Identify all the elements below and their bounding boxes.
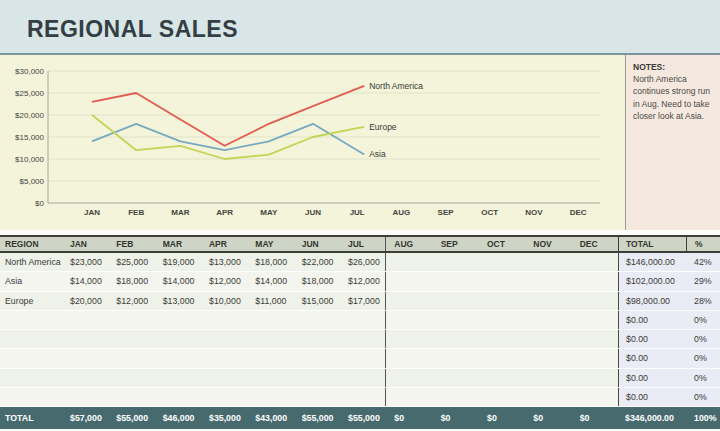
month-value-cell[interactable]: $22,000	[294, 253, 340, 271]
month-value-cell[interactable]: $18,000	[294, 272, 340, 290]
month-value-cell[interactable]	[572, 330, 618, 348]
month-value-cell[interactable]: $10,000	[201, 292, 247, 310]
month-value-cell[interactable]	[108, 311, 154, 329]
month-value-cell[interactable]	[479, 388, 525, 406]
month-value-cell[interactable]	[525, 330, 571, 348]
month-value-cell[interactable]	[247, 388, 293, 406]
month-total-cell[interactable]: $43,000	[247, 407, 293, 429]
row-pct-cell[interactable]: 0%	[686, 388, 720, 406]
row-total-cell[interactable]: $0.00	[618, 369, 686, 387]
month-value-cell[interactable]	[386, 330, 432, 348]
month-value-cell[interactable]	[386, 253, 432, 271]
column-header-jan[interactable]: JAN	[62, 237, 108, 251]
month-value-cell[interactable]	[433, 349, 479, 367]
month-value-cell[interactable]: $20,000	[62, 292, 108, 310]
month-value-cell[interactable]	[108, 330, 154, 348]
column-header-feb[interactable]: FEB	[108, 237, 154, 251]
month-total-cell[interactable]: $0	[433, 407, 479, 429]
region-cell[interactable]	[0, 330, 62, 348]
column-header-nov[interactable]: NOV	[525, 237, 571, 251]
month-total-cell[interactable]: $55,000	[108, 407, 154, 429]
month-value-cell[interactable]	[340, 388, 386, 406]
month-value-cell[interactable]	[572, 292, 618, 310]
month-value-cell[interactable]	[340, 349, 386, 367]
month-value-cell[interactable]: $13,000	[155, 292, 201, 310]
month-value-cell[interactable]	[525, 349, 571, 367]
region-cell[interactable]	[0, 369, 62, 387]
month-value-cell[interactable]	[433, 292, 479, 310]
column-header-total[interactable]: TOTAL	[618, 237, 686, 251]
month-value-cell[interactable]	[201, 388, 247, 406]
grand-pct-cell[interactable]: 100%	[686, 407, 720, 429]
month-value-cell[interactable]	[294, 388, 340, 406]
region-cell[interactable]	[0, 388, 62, 406]
month-value-cell[interactable]	[155, 369, 201, 387]
month-value-cell[interactable]	[433, 369, 479, 387]
row-total-cell[interactable]: $146,000.00	[618, 253, 686, 271]
month-value-cell[interactable]	[340, 330, 386, 348]
month-total-cell[interactable]: $0	[479, 407, 525, 429]
month-value-cell[interactable]	[201, 311, 247, 329]
column-header-may[interactable]: MAY	[247, 237, 293, 251]
month-value-cell[interactable]: $12,000	[201, 272, 247, 290]
month-value-cell[interactable]	[479, 272, 525, 290]
total-row-label[interactable]: TOTAL	[0, 407, 62, 429]
month-value-cell[interactable]	[386, 369, 432, 387]
month-value-cell[interactable]	[386, 349, 432, 367]
month-value-cell[interactable]	[108, 388, 154, 406]
month-value-cell[interactable]	[340, 311, 386, 329]
month-value-cell[interactable]	[155, 388, 201, 406]
column-header-dec[interactable]: DEC	[572, 237, 618, 251]
month-value-cell[interactable]	[479, 311, 525, 329]
row-total-cell[interactable]: $102,000.00	[618, 272, 686, 290]
month-value-cell[interactable]	[386, 388, 432, 406]
month-value-cell[interactable]	[433, 388, 479, 406]
month-value-cell[interactable]	[479, 292, 525, 310]
row-total-cell[interactable]: $98,000.00	[618, 292, 686, 310]
row-total-cell[interactable]: $0.00	[618, 349, 686, 367]
region-cell[interactable]: Asia	[0, 272, 62, 290]
month-value-cell[interactable]	[294, 311, 340, 329]
month-value-cell[interactable]	[62, 349, 108, 367]
row-pct-cell[interactable]: 0%	[686, 349, 720, 367]
row-pct-cell[interactable]: 28%	[686, 292, 720, 310]
month-value-cell[interactable]	[294, 369, 340, 387]
month-value-cell[interactable]: $25,000	[108, 253, 154, 271]
row-total-cell[interactable]: $0.00	[618, 388, 686, 406]
region-cell[interactable]: North America	[0, 253, 62, 271]
month-value-cell[interactable]	[247, 369, 293, 387]
month-value-cell[interactable]	[479, 369, 525, 387]
column-header--[interactable]: %	[686, 237, 720, 251]
month-value-cell[interactable]	[572, 349, 618, 367]
month-value-cell[interactable]	[386, 272, 432, 290]
month-value-cell[interactable]: $14,000	[155, 272, 201, 290]
row-pct-cell[interactable]: 42%	[686, 253, 720, 271]
month-value-cell[interactable]: $19,000	[155, 253, 201, 271]
month-value-cell[interactable]	[433, 253, 479, 271]
notes-panel[interactable]: NOTES: North America continues strong ru…	[625, 55, 720, 230]
month-total-cell[interactable]: $0	[572, 407, 618, 429]
month-value-cell[interactable]	[525, 388, 571, 406]
month-value-cell[interactable]: $12,000	[108, 292, 154, 310]
column-header-jul[interactable]: JUL	[340, 237, 386, 251]
month-value-cell[interactable]: $18,000	[108, 272, 154, 290]
month-value-cell[interactable]	[386, 311, 432, 329]
month-value-cell[interactable]	[294, 330, 340, 348]
month-total-cell[interactable]: $0	[525, 407, 571, 429]
month-value-cell[interactable]	[572, 253, 618, 271]
month-value-cell[interactable]	[525, 292, 571, 310]
month-value-cell[interactable]	[62, 388, 108, 406]
month-value-cell[interactable]	[525, 369, 571, 387]
month-total-cell[interactable]: $55,000	[294, 407, 340, 429]
month-total-cell[interactable]: $46,000	[155, 407, 201, 429]
row-pct-cell[interactable]: 0%	[686, 369, 720, 387]
month-value-cell[interactable]	[155, 330, 201, 348]
column-header-region[interactable]: REGION	[0, 237, 62, 251]
month-total-cell[interactable]: $57,000	[62, 407, 108, 429]
month-value-cell[interactable]: $18,000	[247, 253, 293, 271]
month-value-cell[interactable]	[247, 349, 293, 367]
column-header-jun[interactable]: JUN	[294, 237, 340, 251]
month-value-cell[interactable]	[340, 369, 386, 387]
column-header-oct[interactable]: OCT	[479, 237, 525, 251]
row-total-cell[interactable]: $0.00	[618, 311, 686, 329]
